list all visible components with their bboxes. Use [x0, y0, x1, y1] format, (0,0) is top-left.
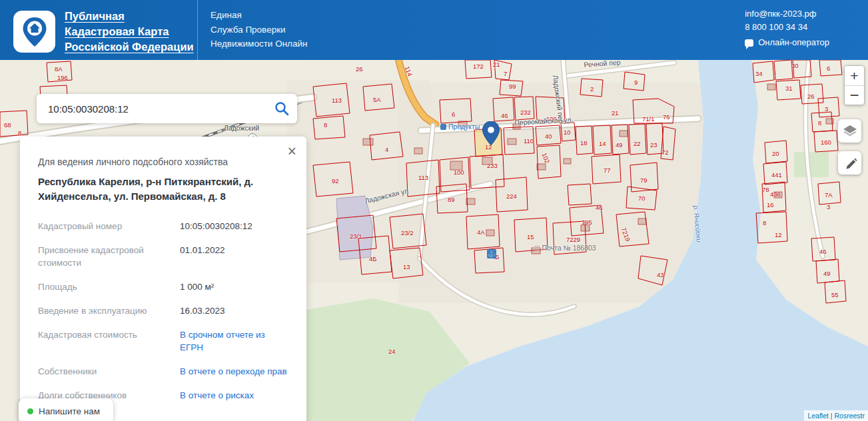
brand-title: Публичная Кадастровая Карта Российской Ф…	[65, 9, 194, 55]
residential-tint	[286, 80, 711, 303]
info-label: Кадастровая стоимость	[38, 328, 180, 354]
header-divider	[197, 0, 198, 60]
parcel-address: Республика Карелия, р-н Питкярантский, д…	[38, 175, 288, 204]
brand-line-3: Российской Федерации	[65, 39, 194, 55]
info-row: Введение в эксплуатацию16.03.2023	[38, 304, 288, 317]
rosreestr-link[interactable]: Rosreestr	[834, 412, 865, 420]
write-us-label: Напишите нам	[39, 406, 100, 416]
info-row: Площадь1 000 м²	[38, 280, 288, 293]
map-attribution: Leaflet | Rosreestr	[804, 410, 868, 421]
info-value[interactable]: В отчете о переходе прав	[180, 365, 288, 378]
draw-button[interactable]	[838, 151, 861, 175]
brand-line-2: Кадастровая Карта	[65, 24, 194, 39]
subtitle-line-3: Недвижимости Онлайн	[211, 37, 307, 51]
pencil-icon	[843, 156, 857, 171]
header: Публичная Кадастровая Карта Российской Ф…	[0, 0, 868, 60]
harbor-icon: ⚓	[487, 249, 496, 258]
zoom-out-button[interactable]: −	[845, 85, 864, 105]
info-value: 01.01.2022	[180, 244, 288, 269]
info-row: Присвоение кадастровой стоимости01.01.20…	[38, 244, 288, 269]
write-us-button[interactable]: Напишите нам	[19, 398, 113, 421]
leaflet-link[interactable]: Leaflet	[807, 412, 829, 420]
subtitle-line-1: Единая	[211, 8, 307, 23]
selected-parcel-marker[interactable]	[482, 121, 500, 148]
map-canvas[interactable]: 8А196688261135А8411417221799296462321092…	[0, 60, 868, 421]
zoom-in-button[interactable]: +	[845, 66, 864, 85]
subtitle-line-2: Служба Проверки	[211, 23, 307, 37]
contact-email[interactable]: info@пкк-2023.рф	[745, 7, 829, 21]
info-value: 1 000 м²	[180, 280, 288, 293]
search-box	[37, 94, 297, 123]
search-icon	[274, 101, 289, 116]
online-operator-label: Онлайн-оператор	[758, 36, 829, 49]
online-operator-button[interactable]: Онлайн-оператор	[745, 36, 829, 49]
info-row: СобственникиВ отчете о переходе прав	[38, 365, 288, 378]
contact-phone[interactable]: 8 800 100 34 34	[745, 21, 829, 34]
close-panel-button[interactable]: ×	[286, 143, 298, 161]
zoom-control: + −	[844, 65, 865, 105]
online-status-dot	[27, 408, 33, 414]
info-label: Введение в эксплуатацию	[38, 304, 180, 317]
info-value[interactable]: В отчете о рисках	[180, 389, 288, 402]
search-input[interactable]	[37, 103, 266, 115]
parcel-info-panel: × Для ведения личного подсобного хозяйст…	[20, 137, 306, 421]
brand-pin-icon	[13, 11, 55, 53]
panel-rows: Кадастровый номер10:05:0030208:12Присвое…	[38, 220, 288, 402]
info-label: Собственники	[38, 365, 180, 378]
info-value[interactable]: В срочном отчете из ЕГРН	[180, 328, 288, 354]
info-value: 16.03.2023	[180, 304, 288, 317]
info-label: Присвоение кадастровой стоимости	[38, 244, 180, 269]
site-logo-link[interactable]: Публичная Кадастровая Карта Российской Ф…	[13, 9, 194, 55]
info-row: Кадастровый номер10:05:0030208:12	[38, 220, 288, 232]
land-usage-text: Для ведения личного подсобного хозяйства	[38, 157, 288, 167]
header-contacts: info@пкк-2023.рф 8 800 100 34 34 Онлайн-…	[745, 7, 829, 49]
search-button[interactable]	[266, 94, 297, 123]
info-label: Кадастровый номер	[38, 220, 180, 232]
brand-line-1: Публичная	[65, 9, 194, 24]
layers-icon	[842, 123, 858, 139]
info-label: Площадь	[38, 280, 180, 293]
header-subtitle: Единая Служба Проверки Недвижимости Онла…	[211, 8, 307, 51]
layers-button[interactable]	[838, 119, 861, 143]
info-value: 10:05:0030208:12	[180, 220, 288, 232]
chat-bubble-icon	[745, 39, 753, 47]
info-row: Кадастровая стоимостьВ срочном отчете из…	[38, 328, 288, 354]
